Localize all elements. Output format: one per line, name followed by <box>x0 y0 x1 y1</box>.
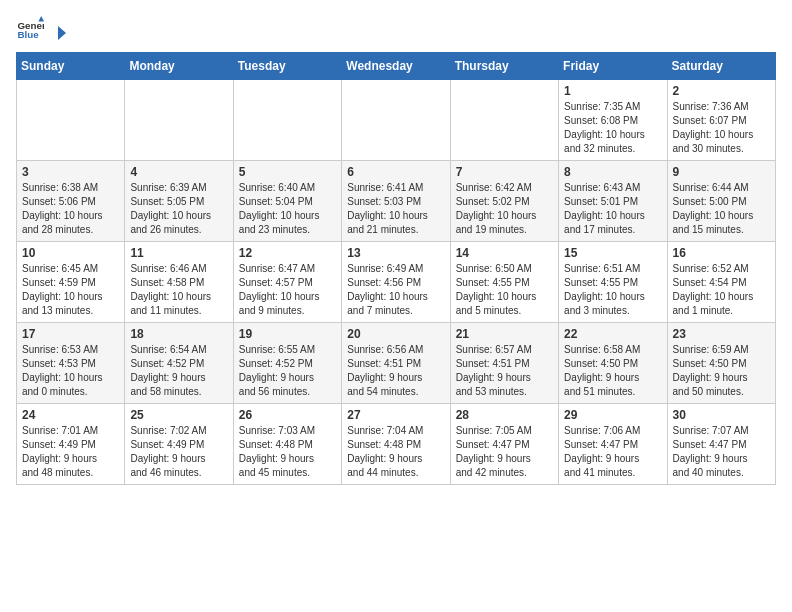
day-info: Sunrise: 7:04 AM Sunset: 4:48 PM Dayligh… <box>347 424 444 480</box>
calendar-cell: 21Sunrise: 6:57 AM Sunset: 4:51 PM Dayli… <box>450 323 558 404</box>
day-info: Sunrise: 6:53 AM Sunset: 4:53 PM Dayligh… <box>22 343 119 399</box>
calendar-cell: 1Sunrise: 7:35 AM Sunset: 6:08 PM Daylig… <box>559 80 667 161</box>
day-info: Sunrise: 6:39 AM Sunset: 5:05 PM Dayligh… <box>130 181 227 237</box>
calendar-cell: 8Sunrise: 6:43 AM Sunset: 5:01 PM Daylig… <box>559 161 667 242</box>
day-info: Sunrise: 6:43 AM Sunset: 5:01 PM Dayligh… <box>564 181 661 237</box>
day-info: Sunrise: 6:54 AM Sunset: 4:52 PM Dayligh… <box>130 343 227 399</box>
day-info: Sunrise: 6:55 AM Sunset: 4:52 PM Dayligh… <box>239 343 336 399</box>
day-info: Sunrise: 6:41 AM Sunset: 5:03 PM Dayligh… <box>347 181 444 237</box>
calendar-cell: 17Sunrise: 6:53 AM Sunset: 4:53 PM Dayli… <box>17 323 125 404</box>
day-info: Sunrise: 6:49 AM Sunset: 4:56 PM Dayligh… <box>347 262 444 318</box>
calendar-week-row: 1Sunrise: 7:35 AM Sunset: 6:08 PM Daylig… <box>17 80 776 161</box>
day-number: 15 <box>564 246 661 260</box>
day-number: 13 <box>347 246 444 260</box>
calendar-table: SundayMondayTuesdayWednesdayThursdayFrid… <box>16 52 776 485</box>
calendar-cell: 4Sunrise: 6:39 AM Sunset: 5:05 PM Daylig… <box>125 161 233 242</box>
calendar-cell: 7Sunrise: 6:42 AM Sunset: 5:02 PM Daylig… <box>450 161 558 242</box>
day-info: Sunrise: 6:51 AM Sunset: 4:55 PM Dayligh… <box>564 262 661 318</box>
day-info: Sunrise: 7:36 AM Sunset: 6:07 PM Dayligh… <box>673 100 770 156</box>
day-number: 2 <box>673 84 770 98</box>
calendar-header-friday: Friday <box>559 53 667 80</box>
day-info: Sunrise: 7:06 AM Sunset: 4:47 PM Dayligh… <box>564 424 661 480</box>
calendar-cell: 28Sunrise: 7:05 AM Sunset: 4:47 PM Dayli… <box>450 404 558 485</box>
day-info: Sunrise: 6:40 AM Sunset: 5:04 PM Dayligh… <box>239 181 336 237</box>
calendar-cell: 15Sunrise: 6:51 AM Sunset: 4:55 PM Dayli… <box>559 242 667 323</box>
calendar-header-row: SundayMondayTuesdayWednesdayThursdayFrid… <box>17 53 776 80</box>
day-info: Sunrise: 7:01 AM Sunset: 4:49 PM Dayligh… <box>22 424 119 480</box>
day-info: Sunrise: 6:52 AM Sunset: 4:54 PM Dayligh… <box>673 262 770 318</box>
day-info: Sunrise: 7:05 AM Sunset: 4:47 PM Dayligh… <box>456 424 553 480</box>
day-number: 10 <box>22 246 119 260</box>
calendar-header-sunday: Sunday <box>17 53 125 80</box>
day-number: 14 <box>456 246 553 260</box>
calendar-cell: 11Sunrise: 6:46 AM Sunset: 4:58 PM Dayli… <box>125 242 233 323</box>
day-number: 9 <box>673 165 770 179</box>
calendar-cell <box>125 80 233 161</box>
calendar-cell: 3Sunrise: 6:38 AM Sunset: 5:06 PM Daylig… <box>17 161 125 242</box>
day-number: 29 <box>564 408 661 422</box>
calendar-cell: 16Sunrise: 6:52 AM Sunset: 4:54 PM Dayli… <box>667 242 775 323</box>
day-info: Sunrise: 6:46 AM Sunset: 4:58 PM Dayligh… <box>130 262 227 318</box>
calendar-cell: 23Sunrise: 6:59 AM Sunset: 4:50 PM Dayli… <box>667 323 775 404</box>
day-number: 17 <box>22 327 119 341</box>
calendar-cell: 18Sunrise: 6:54 AM Sunset: 4:52 PM Dayli… <box>125 323 233 404</box>
calendar-cell: 2Sunrise: 7:36 AM Sunset: 6:07 PM Daylig… <box>667 80 775 161</box>
day-number: 21 <box>456 327 553 341</box>
day-number: 4 <box>130 165 227 179</box>
calendar-header-thursday: Thursday <box>450 53 558 80</box>
calendar-cell: 22Sunrise: 6:58 AM Sunset: 4:50 PM Dayli… <box>559 323 667 404</box>
day-info: Sunrise: 6:44 AM Sunset: 5:00 PM Dayligh… <box>673 181 770 237</box>
calendar-cell <box>17 80 125 161</box>
calendar-week-row: 3Sunrise: 6:38 AM Sunset: 5:06 PM Daylig… <box>17 161 776 242</box>
day-number: 7 <box>456 165 553 179</box>
calendar-cell: 27Sunrise: 7:04 AM Sunset: 4:48 PM Dayli… <box>342 404 450 485</box>
day-info: Sunrise: 7:03 AM Sunset: 4:48 PM Dayligh… <box>239 424 336 480</box>
day-number: 28 <box>456 408 553 422</box>
calendar-week-row: 17Sunrise: 6:53 AM Sunset: 4:53 PM Dayli… <box>17 323 776 404</box>
page-header: General Blue <box>16 16 776 44</box>
logo-arrow-icon <box>50 24 68 42</box>
day-info: Sunrise: 6:38 AM Sunset: 5:06 PM Dayligh… <box>22 181 119 237</box>
calendar-cell: 9Sunrise: 6:44 AM Sunset: 5:00 PM Daylig… <box>667 161 775 242</box>
day-info: Sunrise: 7:02 AM Sunset: 4:49 PM Dayligh… <box>130 424 227 480</box>
calendar-header-saturday: Saturday <box>667 53 775 80</box>
calendar-cell: 30Sunrise: 7:07 AM Sunset: 4:47 PM Dayli… <box>667 404 775 485</box>
calendar-cell: 20Sunrise: 6:56 AM Sunset: 4:51 PM Dayli… <box>342 323 450 404</box>
day-info: Sunrise: 6:42 AM Sunset: 5:02 PM Dayligh… <box>456 181 553 237</box>
calendar-cell: 19Sunrise: 6:55 AM Sunset: 4:52 PM Dayli… <box>233 323 341 404</box>
calendar-cell: 10Sunrise: 6:45 AM Sunset: 4:59 PM Dayli… <box>17 242 125 323</box>
day-info: Sunrise: 6:57 AM Sunset: 4:51 PM Dayligh… <box>456 343 553 399</box>
calendar-cell: 29Sunrise: 7:06 AM Sunset: 4:47 PM Dayli… <box>559 404 667 485</box>
calendar-cell: 13Sunrise: 6:49 AM Sunset: 4:56 PM Dayli… <box>342 242 450 323</box>
day-info: Sunrise: 6:56 AM Sunset: 4:51 PM Dayligh… <box>347 343 444 399</box>
calendar-cell: 5Sunrise: 6:40 AM Sunset: 5:04 PM Daylig… <box>233 161 341 242</box>
calendar-cell: 26Sunrise: 7:03 AM Sunset: 4:48 PM Dayli… <box>233 404 341 485</box>
calendar-cell: 6Sunrise: 6:41 AM Sunset: 5:03 PM Daylig… <box>342 161 450 242</box>
calendar-header-monday: Monday <box>125 53 233 80</box>
day-info: Sunrise: 6:59 AM Sunset: 4:50 PM Dayligh… <box>673 343 770 399</box>
calendar-cell: 25Sunrise: 7:02 AM Sunset: 4:49 PM Dayli… <box>125 404 233 485</box>
day-number: 22 <box>564 327 661 341</box>
day-number: 30 <box>673 408 770 422</box>
day-info: Sunrise: 6:45 AM Sunset: 4:59 PM Dayligh… <box>22 262 119 318</box>
day-info: Sunrise: 6:58 AM Sunset: 4:50 PM Dayligh… <box>564 343 661 399</box>
svg-marker-2 <box>38 16 44 22</box>
logo-icon: General Blue <box>16 16 44 44</box>
calendar-header-tuesday: Tuesday <box>233 53 341 80</box>
day-number: 1 <box>564 84 661 98</box>
day-number: 8 <box>564 165 661 179</box>
calendar-week-row: 10Sunrise: 6:45 AM Sunset: 4:59 PM Dayli… <box>17 242 776 323</box>
day-number: 12 <box>239 246 336 260</box>
day-number: 25 <box>130 408 227 422</box>
day-number: 27 <box>347 408 444 422</box>
day-number: 23 <box>673 327 770 341</box>
calendar-cell: 14Sunrise: 6:50 AM Sunset: 4:55 PM Dayli… <box>450 242 558 323</box>
day-number: 5 <box>239 165 336 179</box>
day-number: 20 <box>347 327 444 341</box>
day-number: 3 <box>22 165 119 179</box>
svg-marker-3 <box>58 26 66 40</box>
day-info: Sunrise: 7:07 AM Sunset: 4:47 PM Dayligh… <box>673 424 770 480</box>
day-number: 26 <box>239 408 336 422</box>
day-number: 24 <box>22 408 119 422</box>
calendar-header-wednesday: Wednesday <box>342 53 450 80</box>
